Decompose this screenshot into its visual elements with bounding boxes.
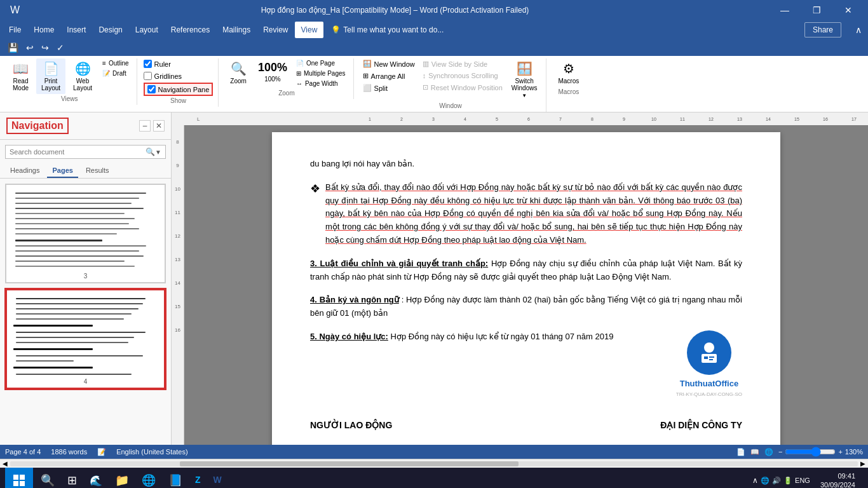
macros-btn[interactable]: ⚙ Macros xyxy=(553,58,584,87)
taskbar-zalo[interactable]: Z xyxy=(190,468,206,488)
navigation-pane-check[interactable]: Navigation Pane xyxy=(144,83,214,96)
read-mode-btn[interactable]: 📖 ReadMode xyxy=(8,58,34,94)
tab-pages[interactable]: Pages xyxy=(47,164,78,178)
switch-windows-btn[interactable]: 🪟 SwitchWindows ▼ xyxy=(508,58,541,101)
tab-results[interactable]: Results xyxy=(81,164,114,178)
tab-headings[interactable]: Headings xyxy=(5,164,44,178)
zoom-level: 130% xyxy=(845,448,863,456)
nav-close-btn[interactable]: ✕ xyxy=(153,120,165,132)
taskbar-chrome[interactable]: 🌐 xyxy=(137,468,161,488)
ribbon-group-show: Ruler Gridlines Navigation Pane Show xyxy=(139,58,219,107)
document-area[interactable]: L 1 2 3 4 5 6 7 8 9 10 11 12 13 14 15 16… xyxy=(172,112,868,445)
ribbon-group-views: 📖 ReadMode 📄 PrintLayout 🌐 WebLayout ≡ O… xyxy=(3,58,137,105)
share-button[interactable]: Share xyxy=(804,22,841,37)
taskbar-edge[interactable]: 🌊 xyxy=(85,468,107,488)
multiple-pages-btn[interactable]: ⊞ Multiple Pages xyxy=(294,69,348,78)
window-group-label: Window xyxy=(360,102,541,109)
new-window-btn[interactable]: 🪟 New Window xyxy=(360,58,417,69)
menu-insert[interactable]: Insert xyxy=(60,22,92,38)
tray-up-arrow[interactable]: ∧ xyxy=(752,476,758,485)
svg-text:6: 6 xyxy=(527,117,530,121)
arrange-all-btn[interactable]: ⊞ Arrange All xyxy=(360,71,417,81)
start-button[interactable] xyxy=(5,468,33,488)
svg-rect-23 xyxy=(709,356,714,358)
ruler-check[interactable]: Ruler xyxy=(144,58,214,69)
svg-rect-24 xyxy=(709,359,713,360)
restore-btn[interactable]: ❐ xyxy=(802,0,831,20)
svg-text:15: 15 xyxy=(794,117,799,121)
logo-icon xyxy=(687,330,731,375)
doc-para-3-label: 3. Luật điều chỉnh và giải quyết tranh c… xyxy=(310,259,488,268)
view-reading-btn[interactable]: 📖 xyxy=(750,448,759,456)
search-input[interactable] xyxy=(10,148,146,156)
doc-content: du bang lợi nói hay văn bản. ❖ Bất kỳ sử… xyxy=(310,158,742,432)
page-width-btn[interactable]: ↔ Page Width xyxy=(294,79,348,88)
menu-file[interactable]: File xyxy=(3,22,27,38)
zoom-slider-input[interactable] xyxy=(785,447,836,457)
menu-mailings[interactable]: Mailings xyxy=(216,22,257,38)
title-bar: W Hợp đồng lao động_Ha [Compatibility Mo… xyxy=(0,0,868,20)
taskbar-search[interactable]: 🔍 xyxy=(36,468,60,488)
taskbar-teams[interactable]: 📘 xyxy=(163,468,187,488)
horizontal-scrollbar[interactable]: ◀ ▶ xyxy=(0,459,868,468)
menu-design[interactable]: Design xyxy=(92,22,128,38)
gridlines-check[interactable]: Gridlines xyxy=(144,71,214,81)
status-right: 📄 📖 🌐 − + 130% xyxy=(736,447,863,457)
undo-qa-btn[interactable]: ↩ xyxy=(24,41,36,54)
page-3-num: 3 xyxy=(9,273,162,280)
collapse-ribbon-btn[interactable]: ∧ xyxy=(851,24,865,36)
menu-layout[interactable]: Layout xyxy=(129,22,165,38)
print-layout-btn[interactable]: 📄 PrintLayout xyxy=(36,58,65,94)
page-thumb-4[interactable]: 4 xyxy=(5,288,166,390)
svg-text:16: 16 xyxy=(823,117,828,121)
sig-right: ĐẠI DIỆN CÔNG TY xyxy=(660,418,742,432)
taskbar-right: ∧ 🌐 🔊 🔋 ENG 09:41 30/09/2024 xyxy=(747,471,863,488)
menu-home[interactable]: Home xyxy=(27,22,60,38)
tell-me-box[interactable]: 💡 Tell me what you want to do... xyxy=(323,25,451,34)
menu-view[interactable]: View xyxy=(295,22,324,38)
minimize-btn[interactable]: — xyxy=(770,0,799,20)
redo-qa-btn[interactable]: ↪ xyxy=(39,41,51,54)
scroll-right-btn[interactable]: ▶ xyxy=(860,460,865,467)
view-side-by-side-btn[interactable]: ▥ View Side by Side xyxy=(420,58,505,69)
system-clock[interactable]: 09:41 30/09/2024 xyxy=(820,471,855,488)
reset-window-position-btn[interactable]: ⊡ Reset Window Position xyxy=(420,82,505,93)
svg-text:10: 10 xyxy=(651,117,656,121)
ribbon-group-zoom: 🔍 Zoom 100% 100% 📄 One Page ⊞ Multiple P… xyxy=(220,58,353,99)
web-layout-btn[interactable]: 🌐 WebLayout xyxy=(68,58,97,94)
svg-rect-21 xyxy=(702,354,717,363)
language-indicator[interactable]: English (United States) xyxy=(116,448,188,456)
svg-rect-22 xyxy=(704,356,708,359)
zoom-in-btn[interactable]: + xyxy=(838,448,842,456)
close-btn[interactable]: ✕ xyxy=(834,0,863,20)
save-qa-btn[interactable]: 💾 xyxy=(5,41,21,54)
taskbar-taskview[interactable]: ⊞ xyxy=(62,468,82,488)
search-dropdown-icon[interactable]: ▼ xyxy=(155,149,161,156)
svg-text:7: 7 xyxy=(559,117,562,121)
page-thumb-3[interactable]: 3 xyxy=(5,184,166,283)
view-web-btn[interactable]: 🌐 xyxy=(764,448,773,456)
zoom-out-btn[interactable]: − xyxy=(778,448,782,456)
view-normal-btn[interactable]: 📄 xyxy=(736,448,745,456)
show-group-label: Show xyxy=(144,97,214,104)
zoom-btn[interactable]: 🔍 Zoom xyxy=(225,58,252,87)
menu-review[interactable]: Review xyxy=(257,22,294,38)
svg-text:1: 1 xyxy=(369,117,371,121)
scroll-left-btn[interactable]: ◀ xyxy=(3,460,8,467)
outline-btn[interactable]: ≡ Outline xyxy=(100,58,132,68)
search-icon[interactable]: 🔍 xyxy=(146,147,155,156)
hscroll-thumb[interactable] xyxy=(180,461,519,466)
draft-btn[interactable]: 📝 Draft xyxy=(100,69,132,78)
one-page-btn[interactable]: 📄 One Page xyxy=(294,58,348,68)
customize-qa-btn[interactable]: ✓ xyxy=(54,41,67,54)
document-title: Hợp đồng lao động_Ha [Compatibility Mode… xyxy=(20,6,770,15)
taskbar-word[interactable]: W xyxy=(208,468,227,488)
zoom-control: − + 130% xyxy=(778,447,863,457)
menu-references[interactable]: References xyxy=(165,22,216,38)
split-btn[interactable]: ⬜ Split xyxy=(360,83,417,93)
menu-bar: File Home Insert Design Layout Reference… xyxy=(0,20,868,39)
nav-minimize-btn[interactable]: – xyxy=(139,120,151,132)
synchronous-scrolling-btn[interactable]: ↕ Synchronous Scrolling xyxy=(420,71,505,81)
taskbar-explorer[interactable]: 📁 xyxy=(110,468,134,488)
zoom-100-btn[interactable]: 100% 100% xyxy=(254,58,291,85)
